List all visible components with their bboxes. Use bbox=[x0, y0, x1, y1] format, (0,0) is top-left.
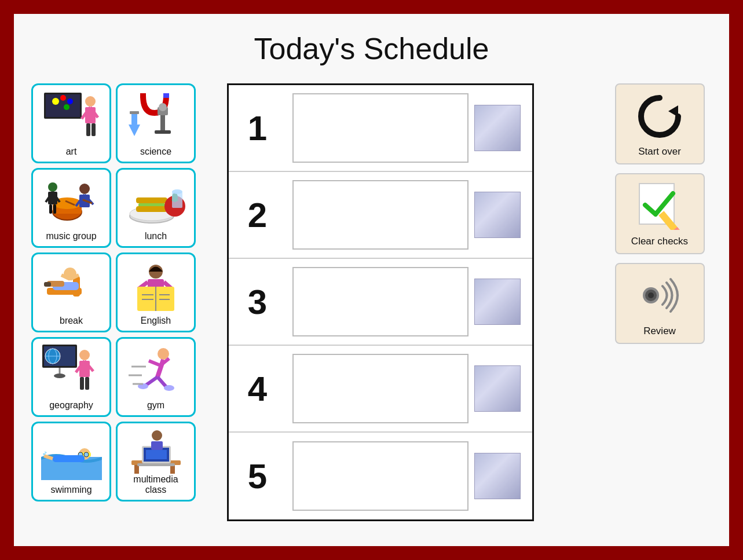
clear-checks-icon bbox=[634, 174, 686, 236]
check-box-4[interactable] bbox=[474, 365, 521, 412]
check-box-1[interactable] bbox=[474, 105, 521, 151]
check-box-3[interactable] bbox=[474, 279, 521, 325]
svg-rect-18 bbox=[131, 113, 137, 125]
svg-rect-73 bbox=[80, 377, 84, 390]
row-number-5: 5 bbox=[229, 456, 287, 496]
drop-zone-1[interactable] bbox=[292, 93, 469, 163]
row-number-3: 3 bbox=[229, 282, 287, 322]
art-icon bbox=[33, 85, 109, 147]
art-label: art bbox=[66, 147, 77, 157]
drop-zone-5[interactable] bbox=[292, 441, 469, 511]
clear-checks-button[interactable]: Clear checks bbox=[615, 173, 705, 254]
schedule-row-3: 3 bbox=[229, 259, 532, 346]
clear-checks-label: Clear checks bbox=[631, 236, 688, 247]
sidebar-row-5: swimming bbox=[31, 422, 159, 502]
svg-point-68 bbox=[54, 374, 65, 378]
svg-rect-34 bbox=[53, 204, 56, 214]
geography-label: geography bbox=[49, 400, 93, 411]
svg-point-109 bbox=[648, 292, 654, 298]
row-number-2: 2 bbox=[229, 195, 287, 235]
page-title: Today's Schedule bbox=[254, 31, 489, 66]
svg-marker-102 bbox=[668, 105, 678, 117]
svg-rect-33 bbox=[49, 204, 52, 214]
svg-point-5 bbox=[64, 104, 69, 110]
row-number-4: 4 bbox=[229, 369, 287, 409]
svg-point-69 bbox=[79, 350, 90, 360]
svg-rect-19 bbox=[130, 111, 139, 114]
activity-card-break[interactable]: break bbox=[31, 252, 111, 332]
svg-rect-10 bbox=[86, 123, 90, 136]
left-sidebar: art bbox=[25, 78, 159, 535]
svg-rect-91 bbox=[53, 455, 85, 462]
sidebar-row-1: art bbox=[31, 83, 159, 163]
svg-point-29 bbox=[48, 182, 57, 192]
sidebar-row-2: music group bbox=[31, 168, 159, 248]
svg-rect-11 bbox=[91, 123, 96, 136]
swimming-icon bbox=[33, 423, 109, 485]
drop-zone-4[interactable] bbox=[292, 354, 469, 423]
start-over-icon bbox=[634, 85, 686, 146]
svg-point-2 bbox=[52, 98, 59, 105]
geography-icon bbox=[33, 339, 109, 400]
schedule-table: 1 2 3 4 bbox=[227, 83, 534, 521]
review-label: Review bbox=[643, 325, 676, 337]
schedule-row-5: 5 bbox=[229, 433, 532, 519]
drop-zone-3[interactable] bbox=[292, 267, 469, 336]
activity-card-geography[interactable]: geography bbox=[31, 337, 111, 417]
svg-point-4 bbox=[67, 98, 73, 104]
drop-zone-2[interactable] bbox=[292, 180, 469, 250]
svg-point-23 bbox=[79, 184, 90, 194]
break-label: break bbox=[60, 316, 83, 326]
svg-point-6 bbox=[85, 96, 96, 107]
content-area: art bbox=[14, 78, 729, 546]
sidebar-row-4: geography bbox=[31, 337, 159, 417]
music-icon bbox=[33, 170, 109, 231]
review-button[interactable]: Review bbox=[615, 263, 705, 344]
right-sidebar: Start over Clear checks bbox=[602, 78, 718, 535]
sidebar-row-3: break bbox=[31, 252, 159, 332]
activity-card-art[interactable]: art bbox=[31, 83, 111, 163]
main-container: Today's Schedule bbox=[12, 12, 731, 548]
schedule-row-2: 2 bbox=[229, 172, 532, 259]
svg-rect-94 bbox=[134, 465, 139, 474]
activity-card-music[interactable]: music group bbox=[31, 168, 111, 248]
svg-point-3 bbox=[60, 95, 66, 101]
start-over-label: Start over bbox=[638, 146, 681, 158]
activity-card-swimming[interactable]: swimming bbox=[31, 422, 111, 502]
swimming-label: swimming bbox=[50, 485, 91, 495]
review-icon bbox=[634, 264, 686, 325]
check-box-2[interactable] bbox=[474, 192, 521, 238]
break-icon bbox=[33, 254, 109, 316]
row-number-1: 1 bbox=[229, 108, 287, 148]
schedule-area: 1 2 3 4 bbox=[159, 78, 602, 535]
start-over-button[interactable]: Start over bbox=[615, 83, 705, 164]
svg-rect-49 bbox=[44, 282, 51, 287]
schedule-row-1: 1 bbox=[229, 85, 532, 172]
svg-rect-74 bbox=[85, 377, 89, 390]
svg-point-90 bbox=[84, 452, 89, 457]
music-label: music group bbox=[46, 231, 96, 241]
check-box-5[interactable] bbox=[474, 453, 521, 499]
schedule-row-4: 4 bbox=[229, 346, 532, 433]
svg-line-79 bbox=[146, 377, 158, 385]
